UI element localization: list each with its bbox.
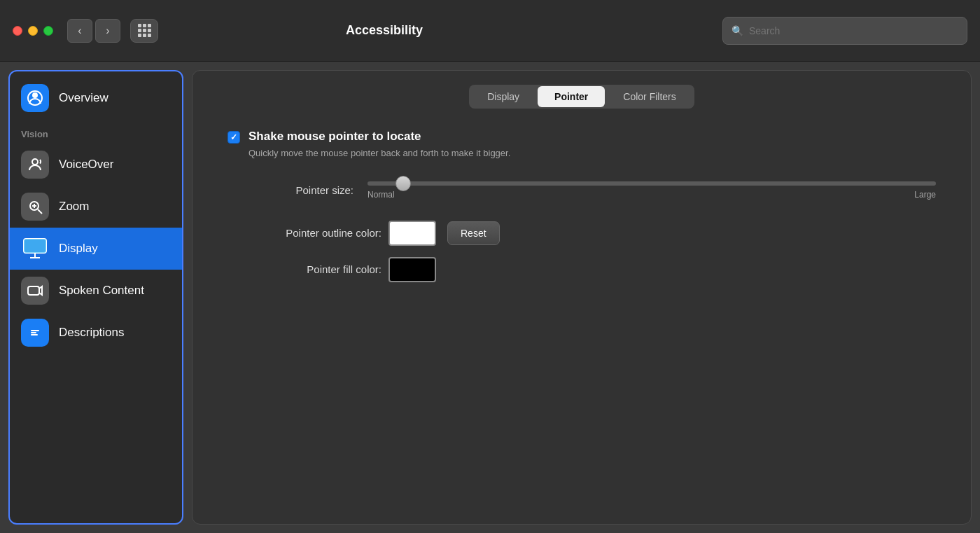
sidebar-item-zoom[interactable]: Zoom [10, 186, 182, 228]
search-input[interactable] [749, 25, 958, 36]
pointer-outline-color-swatch[interactable] [388, 221, 436, 246]
pointer-size-slider[interactable] [368, 181, 936, 186]
sidebar-item-descriptions-label: Descriptions [59, 326, 125, 340]
sidebar: Overview Vision VoiceOver [8, 70, 183, 525]
pointer-size-row: Pointer size: Normal Large [227, 181, 936, 200]
sidebar-item-voiceover-label: VoiceOver [59, 158, 113, 172]
vision-section-header: Vision [10, 119, 182, 144]
content-panel: Display Pointer Color Filters Shake mous… [192, 70, 972, 525]
slider-container: Normal Large [368, 181, 936, 200]
close-button[interactable] [13, 26, 22, 36]
svg-rect-6 [24, 239, 46, 253]
reset-button[interactable]: Reset [447, 221, 500, 245]
spoken-content-icon [21, 277, 49, 305]
fill-color-row: Pointer fill color: [227, 257, 936, 282]
search-icon: 🔍 [732, 25, 743, 36]
sidebar-item-overview-label: Overview [59, 91, 108, 105]
svg-point-0 [32, 92, 38, 98]
shake-checkbox-wrapper [227, 131, 240, 144]
pointer-outline-color-label: Pointer outline color: [227, 227, 382, 239]
sidebar-item-overview[interactable]: Overview [10, 77, 182, 119]
tab-color-filters[interactable]: Color Filters [606, 86, 692, 107]
search-box[interactable]: 🔍 [722, 17, 967, 45]
overview-icon [21, 84, 49, 112]
color-rows-group: Pointer outline color: Reset Pointer fil… [227, 221, 936, 282]
sidebar-item-zoom-label: Zoom [59, 200, 89, 214]
pointer-fill-color-label: Pointer fill color: [227, 263, 382, 275]
tab-display[interactable]: Display [470, 86, 536, 107]
pointer-tab-content: Shake mouse pointer to locate Quickly mo… [192, 109, 971, 524]
minimize-button[interactable] [28, 26, 38, 36]
traffic-lights [13, 26, 53, 36]
tabs-group: Display Pointer Color Filters [469, 85, 694, 109]
descriptions-icon [21, 319, 49, 347]
sidebar-item-spoken-content[interactable]: Spoken Content [10, 270, 182, 312]
sidebar-item-voiceover[interactable]: VoiceOver [10, 144, 182, 186]
shake-text-group: Shake mouse pointer to locate Quickly mo… [248, 130, 936, 160]
color-and-reset: Reset [388, 221, 500, 246]
svg-point-2 [32, 159, 38, 165]
sidebar-item-display-label: Display [59, 242, 98, 256]
zoom-icon [21, 193, 49, 221]
window-title: Accessibility [56, 23, 713, 38]
shake-title: Shake mouse pointer to locate [248, 130, 936, 144]
shake-checkbox-row: Shake mouse pointer to locate Quickly mo… [227, 130, 936, 160]
slider-label-normal: Normal [368, 190, 395, 200]
voiceover-icon [21, 151, 49, 179]
outline-color-row: Pointer outline color: Reset [227, 221, 936, 246]
sidebar-item-spoken-content-label: Spoken Content [59, 284, 144, 298]
svg-line-4 [38, 209, 42, 214]
svg-rect-9 [28, 286, 39, 295]
sidebar-item-display[interactable]: Display [10, 228, 182, 270]
maximize-button[interactable] [43, 26, 53, 36]
pointer-fill-color-swatch[interactable] [388, 257, 436, 282]
titlebar: ‹ › Accessibility 🔍 [0, 0, 980, 62]
pointer-size-label: Pointer size: [227, 184, 354, 196]
main-content: Overview Vision VoiceOver [0, 62, 980, 533]
shake-checkbox[interactable] [227, 131, 240, 144]
sidebar-item-descriptions[interactable]: Descriptions [10, 312, 182, 354]
tabs-container: Display Pointer Color Filters [192, 71, 971, 109]
shake-description: Quickly move the mouse pointer back and … [248, 146, 668, 160]
slider-labels: Normal Large [368, 190, 936, 200]
slider-label-large: Large [914, 190, 936, 200]
tab-pointer[interactable]: Pointer [538, 86, 605, 107]
display-icon [21, 235, 49, 263]
